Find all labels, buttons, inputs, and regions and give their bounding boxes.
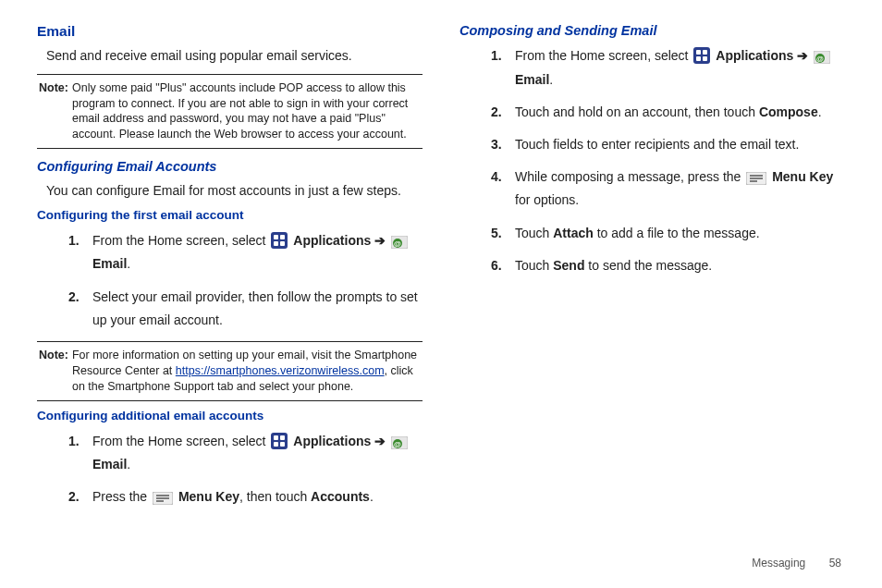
arrow: ➔	[371, 233, 389, 248]
step-body: Touch and hold on an account, then touch…	[515, 101, 845, 124]
email-label: Email	[92, 457, 127, 472]
arrow: ➔	[793, 48, 812, 63]
intro-text: Send and receive email using popular ema…	[46, 46, 423, 67]
section-title-email: Email	[37, 20, 423, 43]
step-body: Select your email provider, then follow …	[92, 286, 423, 332]
text: to add a file to the message.	[594, 226, 760, 240]
step-body: From the Home screen, select Application…	[515, 44, 845, 91]
applications-label: Applications	[293, 233, 371, 248]
step-number: 4.	[491, 165, 515, 212]
rule	[37, 148, 423, 149]
footer-page-number: 58	[829, 557, 841, 570]
step-number: 2.	[68, 286, 92, 332]
step-number: 1.	[68, 430, 92, 476]
rule	[37, 341, 423, 342]
list-item: 3. Touch fields to enter recipients and …	[491, 133, 845, 156]
body-text: You can configure Email for most account…	[46, 181, 423, 202]
heading-configuring-first-account: Configuring the first email account	[37, 206, 423, 226]
note-body: Only some paid "Plus" accounts include P…	[72, 80, 421, 143]
heading-configuring-additional-accounts: Configuring additional email accounts	[37, 407, 423, 426]
menu-key-icon	[746, 172, 766, 185]
step-body: Touch Send to send the message.	[515, 254, 845, 277]
right-column: Composing and Sending Email 1. From the …	[459, 20, 845, 518]
step-body: From the Home screen, select Application…	[92, 229, 423, 276]
compose-label: Compose	[759, 104, 818, 119]
applications-label: Applications	[293, 434, 371, 448]
text: From the Home screen, select	[92, 434, 269, 448]
steps-additional-accounts: 1. From the Home screen, select Applicat…	[37, 430, 423, 509]
list-item: 2. Touch and hold on an account, then to…	[491, 101, 845, 124]
step-number: 5.	[491, 222, 515, 245]
text: .	[127, 457, 130, 472]
step-number: 1.	[68, 229, 92, 276]
page: Email Send and receive email using popul…	[0, 0, 882, 518]
menu-key-label: Menu Key	[772, 169, 833, 184]
resource-center-link[interactable]: https://smartphones.verizonwireless.com	[176, 364, 385, 377]
list-item: 1. From the Home screen, select Applicat…	[68, 430, 423, 476]
text: From the Home screen, select	[92, 233, 269, 248]
steps-compose-send: 1. From the Home screen, select Applicat…	[459, 44, 845, 277]
rule	[37, 400, 423, 401]
attach-label: Attach	[553, 226, 594, 240]
send-label: Send	[553, 258, 584, 273]
note-plus-accounts: Note: Only some paid "Plus" accounts inc…	[39, 80, 421, 143]
text: , then touch	[239, 489, 311, 504]
note-label: Note:	[39, 348, 72, 395]
step-number: 2.	[68, 485, 92, 508]
note-label: Note:	[39, 80, 72, 143]
note-resource-center: Note: For more information on setting up…	[39, 348, 421, 395]
applications-icon	[693, 47, 710, 64]
email-icon	[391, 436, 408, 449]
text: Touch	[515, 226, 553, 240]
step-body: Touch Attach to add a file to the messag…	[515, 222, 845, 245]
left-column: Email Send and receive email using popul…	[37, 20, 423, 518]
step-body: Press the Menu Key, then touch Accounts.	[92, 485, 423, 508]
list-item: 6. Touch Send to send the message.	[491, 254, 845, 277]
step-number: 6.	[491, 254, 515, 277]
text: .	[818, 104, 822, 119]
footer-section: Messaging	[752, 557, 805, 570]
arrow: ➔	[371, 434, 389, 448]
menu-key-label: Menu Key	[178, 489, 239, 504]
text: Touch	[515, 258, 553, 273]
email-icon	[391, 236, 408, 249]
email-icon	[814, 51, 830, 64]
step-number: 2.	[491, 101, 515, 124]
text: Touch and hold on an account, then touch	[515, 104, 759, 119]
list-item: 1. From the Home screen, select Applicat…	[491, 44, 845, 91]
text: .	[127, 256, 130, 271]
text: From the Home screen, select	[515, 48, 692, 63]
page-footer: Messaging 58	[752, 557, 841, 570]
applications-icon	[271, 433, 288, 449]
menu-key-icon	[153, 492, 173, 505]
email-label: Email	[515, 72, 549, 87]
text: While composing a message, press the	[515, 169, 744, 184]
applications-label: Applications	[716, 48, 793, 63]
heading-composing-sending-email: Composing and Sending Email	[459, 20, 845, 41]
step-number: 3.	[491, 133, 515, 156]
note-body: For more information on setting up your …	[72, 348, 421, 395]
list-item: 2. Press the Menu Key, then touch Accoun…	[68, 485, 423, 508]
text: for options.	[515, 192, 579, 207]
applications-icon	[271, 232, 288, 249]
rule	[37, 74, 423, 75]
email-label: Email	[92, 256, 127, 271]
heading-configuring-email-accounts: Configuring Email Accounts	[37, 156, 423, 177]
text: to send the message.	[584, 258, 712, 273]
step-body: From the Home screen, select Application…	[92, 430, 423, 476]
list-item: 2. Select your email provider, then foll…	[68, 286, 423, 332]
step-body: Touch fields to enter recipients and the…	[515, 133, 845, 156]
text: .	[549, 72, 553, 87]
steps-first-account: 1. From the Home screen, select Applicat…	[37, 229, 423, 332]
step-number: 1.	[491, 44, 515, 91]
text: .	[370, 489, 374, 504]
accounts-label: Accounts	[311, 489, 370, 504]
step-body: While composing a message, press the Men…	[515, 165, 845, 212]
list-item: 1. From the Home screen, select Applicat…	[68, 229, 423, 276]
text: Press the	[92, 489, 151, 504]
list-item: 5. Touch Attach to add a file to the mes…	[491, 222, 845, 245]
list-item: 4. While composing a message, press the …	[491, 165, 845, 212]
